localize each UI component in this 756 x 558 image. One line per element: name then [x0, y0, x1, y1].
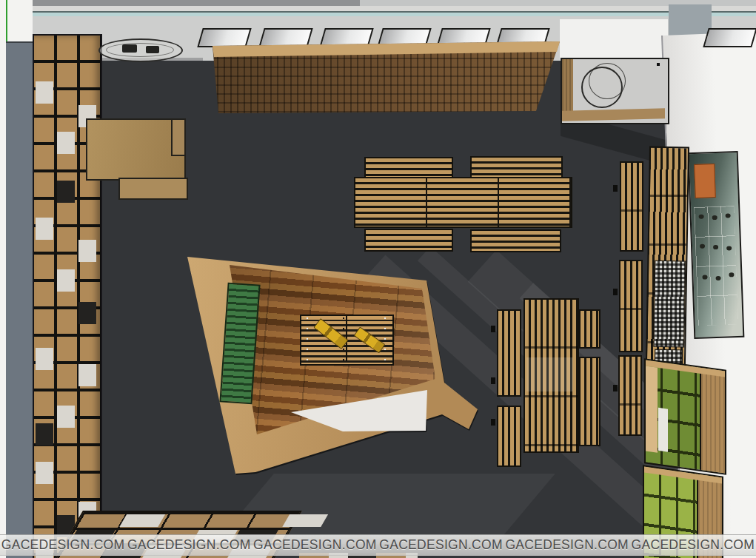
skylight	[703, 28, 756, 47]
shelf-cell-white	[57, 406, 75, 428]
shelf-cell-dark	[78, 302, 96, 324]
watermark-text: GACEDESIGN.COM	[253, 537, 377, 553]
watermark-text: GACEDESIGN.COM	[632, 537, 755, 553]
shelf-cell-dark	[57, 181, 75, 203]
yellow-product	[353, 326, 385, 353]
shelf-cell-white	[36, 81, 53, 104]
display-table-large	[354, 177, 572, 228]
left-cube-shelving	[33, 34, 102, 558]
display-table	[470, 229, 561, 252]
top-gray-bar	[22, 0, 756, 6]
light-glow	[526, 357, 573, 391]
reception-desk-step	[171, 118, 186, 156]
display-bench	[579, 309, 601, 349]
shelf-cell-white	[57, 269, 75, 292]
shelf-cell-white	[36, 348, 53, 370]
watermark-text: GACEDESIGN.COM	[127, 537, 251, 553]
service-box-wood-bottom	[562, 108, 665, 121]
watermark-text: GACEDESIGN.COM	[379, 537, 503, 553]
side-slat-shelf	[618, 355, 642, 436]
service-box	[561, 58, 669, 124]
locker-wood-panel	[700, 368, 725, 474]
poster-orange-square	[694, 164, 716, 198]
shelf-stud	[613, 385, 618, 391]
yellow-product	[313, 318, 349, 349]
basin-circle-outline	[589, 63, 626, 99]
shelf-cell-white	[119, 514, 165, 527]
chair	[122, 44, 137, 53]
shelf-stud	[613, 289, 618, 295]
left-outside-edge	[0, 0, 6, 558]
watermark-text: GACEDESIGN.COM	[505, 537, 629, 553]
box-corner-dot	[657, 63, 660, 66]
left-wall	[6, 41, 33, 558]
top-light-bar	[33, 6, 756, 11]
watermark-bar: GACEDESIGN.COMGACEDESIGN.COMGACEDESIGN.C…	[0, 534, 756, 556]
rug-inner-ring	[106, 43, 174, 57]
shelf-cell-white	[57, 132, 75, 154]
reception-desk-extension	[118, 178, 188, 200]
shelf-cell-white	[78, 240, 96, 262]
poster-glyphs	[699, 215, 704, 219]
shelf-cell-white	[36, 218, 53, 240]
chair	[146, 46, 159, 53]
poster-image-grid	[694, 206, 738, 326]
shelf-stud	[613, 185, 618, 192]
shelf-cell-white	[282, 514, 328, 527]
watermark-text: GACEDESIGN.COM	[1, 537, 125, 553]
round-rug	[98, 38, 183, 62]
display-table	[364, 229, 453, 252]
display-bench	[497, 309, 521, 397]
green-locker-shelf	[644, 358, 726, 475]
side-slat-shelf	[619, 260, 643, 352]
shelf-cell-white	[36, 462, 53, 484]
display-table-tall	[523, 298, 579, 453]
entrance-white-area	[560, 19, 668, 61]
display-table	[364, 157, 453, 179]
display-bench	[579, 357, 601, 446]
wire-grid-basket	[653, 260, 686, 348]
skylight	[258, 28, 312, 47]
platform-display-table	[300, 315, 394, 366]
render-canvas: GACEDESIGN.COMGACEDESIGN.COMGACEDESIGN.C…	[0, 0, 756, 558]
display-bench	[497, 406, 521, 467]
display-table	[470, 156, 563, 178]
side-slat-shelf	[620, 161, 643, 252]
shelf-cell-white	[78, 364, 96, 386]
skylight	[197, 28, 251, 47]
central-wood-platform	[185, 255, 496, 477]
shelf-cell-dark	[36, 423, 53, 446]
locker-tan-column	[646, 366, 658, 452]
wall-poster	[688, 151, 745, 339]
locker-white-cell	[658, 408, 668, 452]
